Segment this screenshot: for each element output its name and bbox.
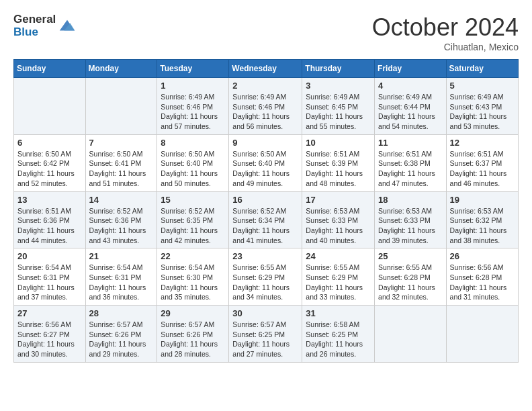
day-number: 28 xyxy=(89,308,154,318)
calendar-cell: 16Sunrise: 6:52 AM Sunset: 6:34 PM Dayli… xyxy=(229,191,302,248)
calendar-cell: 10Sunrise: 6:51 AM Sunset: 6:39 PM Dayli… xyxy=(302,134,375,191)
day-number: 29 xyxy=(161,308,225,318)
day-number: 14 xyxy=(89,195,154,205)
day-number: 19 xyxy=(450,195,515,205)
day-detail: Sunrise: 6:52 AM Sunset: 6:36 PM Dayligh… xyxy=(89,206,154,246)
day-number: 8 xyxy=(161,138,225,148)
day-detail: Sunrise: 6:54 AM Sunset: 6:31 PM Dayligh… xyxy=(17,263,82,302)
day-number: 24 xyxy=(306,251,371,261)
day-detail: Sunrise: 6:53 AM Sunset: 6:33 PM Dayligh… xyxy=(306,206,371,246)
day-detail: Sunrise: 6:49 AM Sunset: 6:45 PM Dayligh… xyxy=(306,92,371,132)
day-number: 7 xyxy=(89,138,154,148)
day-detail: Sunrise: 6:49 AM Sunset: 6:46 PM Dayligh… xyxy=(161,92,225,132)
day-number: 6 xyxy=(17,138,82,148)
calendar-cell: 4Sunrise: 6:49 AM Sunset: 6:44 PM Daylig… xyxy=(375,78,447,135)
weekday-header: Saturday xyxy=(446,60,518,78)
day-number: 18 xyxy=(378,195,443,205)
title-block: October 2024 Cihuatlan, Mexico xyxy=(372,13,519,52)
day-number: 9 xyxy=(232,138,298,148)
day-detail: Sunrise: 6:50 AM Sunset: 6:40 PM Dayligh… xyxy=(161,149,225,189)
calendar-cell: 1Sunrise: 6:49 AM Sunset: 6:46 PM Daylig… xyxy=(157,78,229,135)
calendar-cell: 17Sunrise: 6:53 AM Sunset: 6:33 PM Dayli… xyxy=(302,191,375,248)
calendar-cell: 9Sunrise: 6:50 AM Sunset: 6:40 PM Daylig… xyxy=(229,134,302,191)
day-detail: Sunrise: 6:50 AM Sunset: 6:40 PM Dayligh… xyxy=(232,149,298,189)
day-detail: Sunrise: 6:57 AM Sunset: 6:26 PM Dayligh… xyxy=(89,320,154,359)
calendar-cell: 31Sunrise: 6:58 AM Sunset: 6:25 PM Dayli… xyxy=(302,306,375,363)
day-detail: Sunrise: 6:52 AM Sunset: 6:34 PM Dayligh… xyxy=(232,206,298,246)
calendar-cell: 11Sunrise: 6:51 AM Sunset: 6:38 PM Dayli… xyxy=(375,134,447,191)
calendar-cell: 27Sunrise: 6:56 AM Sunset: 6:27 PM Dayli… xyxy=(14,306,86,363)
day-detail: Sunrise: 6:50 AM Sunset: 6:42 PM Dayligh… xyxy=(17,149,82,189)
day-number: 12 xyxy=(450,138,515,148)
day-detail: Sunrise: 6:58 AM Sunset: 6:25 PM Dayligh… xyxy=(306,320,371,359)
calendar-cell: 5Sunrise: 6:49 AM Sunset: 6:43 PM Daylig… xyxy=(446,78,518,135)
calendar-cell xyxy=(14,78,86,135)
calendar-body: 1Sunrise: 6:49 AM Sunset: 6:46 PM Daylig… xyxy=(14,78,519,363)
calendar-week-row: 13Sunrise: 6:51 AM Sunset: 6:36 PM Dayli… xyxy=(14,191,519,248)
day-detail: Sunrise: 6:51 AM Sunset: 6:38 PM Dayligh… xyxy=(378,149,443,189)
day-detail: Sunrise: 6:56 AM Sunset: 6:28 PM Dayligh… xyxy=(450,263,515,302)
day-detail: Sunrise: 6:51 AM Sunset: 6:39 PM Dayligh… xyxy=(306,149,371,189)
day-detail: Sunrise: 6:50 AM Sunset: 6:41 PM Dayligh… xyxy=(89,149,154,189)
calendar-week-row: 20Sunrise: 6:54 AM Sunset: 6:31 PM Dayli… xyxy=(14,248,519,306)
day-number: 2 xyxy=(232,81,298,91)
day-number: 16 xyxy=(232,195,298,205)
weekday-header-row: SundayMondayTuesdayWednesdayThursdayFrid… xyxy=(14,60,519,78)
day-detail: Sunrise: 6:49 AM Sunset: 6:46 PM Dayligh… xyxy=(232,92,298,132)
location: Cihuatlan, Mexico xyxy=(372,42,519,52)
day-detail: Sunrise: 6:53 AM Sunset: 6:33 PM Dayligh… xyxy=(378,206,443,246)
logo-general: General xyxy=(13,13,56,26)
calendar-table: SundayMondayTuesdayWednesdayThursdayFrid… xyxy=(13,59,519,363)
calendar-header: SundayMondayTuesdayWednesdayThursdayFrid… xyxy=(14,60,519,78)
day-detail: Sunrise: 6:55 AM Sunset: 6:29 PM Dayligh… xyxy=(306,263,371,302)
calendar-cell: 3Sunrise: 6:49 AM Sunset: 6:45 PM Daylig… xyxy=(302,78,375,135)
logo-icon xyxy=(58,17,77,36)
day-number: 1 xyxy=(161,81,225,91)
day-number: 11 xyxy=(378,138,443,148)
day-number: 23 xyxy=(232,251,298,261)
day-detail: Sunrise: 6:54 AM Sunset: 6:30 PM Dayligh… xyxy=(161,263,225,302)
weekday-header: Friday xyxy=(375,60,447,78)
day-detail: Sunrise: 6:49 AM Sunset: 6:44 PM Dayligh… xyxy=(378,92,443,132)
day-detail: Sunrise: 6:57 AM Sunset: 6:26 PM Dayligh… xyxy=(161,320,225,359)
calendar-cell xyxy=(375,306,447,363)
month-title: October 2024 xyxy=(372,13,519,42)
calendar-cell: 7Sunrise: 6:50 AM Sunset: 6:41 PM Daylig… xyxy=(85,134,157,191)
calendar-cell: 15Sunrise: 6:52 AM Sunset: 6:35 PM Dayli… xyxy=(157,191,229,248)
day-detail: Sunrise: 6:53 AM Sunset: 6:32 PM Dayligh… xyxy=(450,206,515,246)
calendar-week-row: 27Sunrise: 6:56 AM Sunset: 6:27 PM Dayli… xyxy=(14,306,519,363)
calendar-cell: 20Sunrise: 6:54 AM Sunset: 6:31 PM Dayli… xyxy=(14,248,86,306)
day-detail: Sunrise: 6:56 AM Sunset: 6:27 PM Dayligh… xyxy=(17,320,82,359)
day-number: 26 xyxy=(450,251,515,261)
calendar-week-row: 6Sunrise: 6:50 AM Sunset: 6:42 PM Daylig… xyxy=(14,134,519,191)
calendar-cell: 23Sunrise: 6:55 AM Sunset: 6:29 PM Dayli… xyxy=(229,248,302,306)
day-number: 25 xyxy=(378,251,443,261)
calendar-cell: 22Sunrise: 6:54 AM Sunset: 6:30 PM Dayli… xyxy=(157,248,229,306)
day-detail: Sunrise: 6:55 AM Sunset: 6:29 PM Dayligh… xyxy=(232,263,298,302)
calendar-cell: 6Sunrise: 6:50 AM Sunset: 6:42 PM Daylig… xyxy=(14,134,86,191)
day-number: 22 xyxy=(161,251,225,261)
weekday-header: Tuesday xyxy=(157,60,229,78)
day-number: 3 xyxy=(306,81,371,91)
day-detail: Sunrise: 6:51 AM Sunset: 6:37 PM Dayligh… xyxy=(450,149,515,189)
calendar-cell xyxy=(85,78,157,135)
day-number: 20 xyxy=(17,251,82,261)
calendar-cell: 18Sunrise: 6:53 AM Sunset: 6:33 PM Dayli… xyxy=(375,191,447,248)
day-number: 5 xyxy=(450,81,515,91)
calendar-cell: 24Sunrise: 6:55 AM Sunset: 6:29 PM Dayli… xyxy=(302,248,375,306)
calendar-cell: 13Sunrise: 6:51 AM Sunset: 6:36 PM Dayli… xyxy=(14,191,86,248)
weekday-header: Monday xyxy=(85,60,157,78)
calendar-cell: 21Sunrise: 6:54 AM Sunset: 6:31 PM Dayli… xyxy=(85,248,157,306)
day-number: 10 xyxy=(306,138,371,148)
calendar-cell: 12Sunrise: 6:51 AM Sunset: 6:37 PM Dayli… xyxy=(446,134,518,191)
calendar-cell: 19Sunrise: 6:53 AM Sunset: 6:32 PM Dayli… xyxy=(446,191,518,248)
calendar-cell: 26Sunrise: 6:56 AM Sunset: 6:28 PM Dayli… xyxy=(446,248,518,306)
day-detail: Sunrise: 6:51 AM Sunset: 6:36 PM Dayligh… xyxy=(17,206,82,246)
day-number: 21 xyxy=(89,251,154,261)
day-detail: Sunrise: 6:57 AM Sunset: 6:25 PM Dayligh… xyxy=(232,320,298,359)
day-number: 13 xyxy=(17,195,82,205)
calendar-cell: 8Sunrise: 6:50 AM Sunset: 6:40 PM Daylig… xyxy=(157,134,229,191)
page: General Blue October 2024 Cihuatlan, Mex… xyxy=(0,0,532,376)
day-number: 30 xyxy=(232,308,298,318)
weekday-header: Thursday xyxy=(302,60,375,78)
